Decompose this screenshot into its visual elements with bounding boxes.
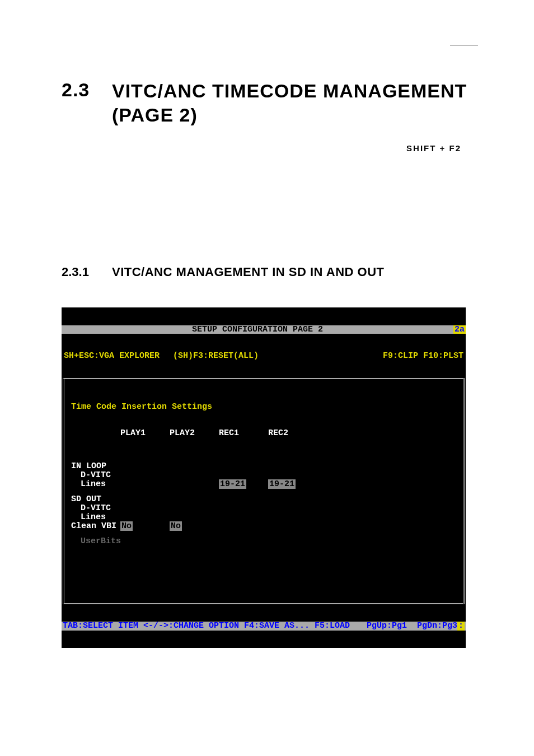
terminal-title-bar: SETUP CONFIGURATION PAGE 2 2a bbox=[62, 325, 466, 334]
cell-value bbox=[219, 513, 268, 522]
setting-row: Lines19-2119-21 bbox=[71, 480, 456, 489]
cell-value: No bbox=[120, 522, 170, 531]
cell-value bbox=[170, 537, 219, 546]
cell-value bbox=[268, 504, 317, 513]
cell-value bbox=[170, 480, 219, 489]
terminal-footer: TAB:SELECT ITEM <-/->:CHANGE OPTION F4:S… bbox=[62, 622, 466, 631]
column-headers: PLAY1 PLAY2 REC1 REC2 bbox=[71, 429, 456, 438]
setting-row: UserBits bbox=[71, 537, 456, 546]
fn-f9-f10: F9:CLIP F10:PLST bbox=[383, 352, 463, 361]
section-heading: 2.3 VITC/ANC TIMECODE MANAGEMENT (PAGE 2… bbox=[62, 79, 478, 127]
cell-value bbox=[219, 504, 268, 513]
setting-row: D-VITC bbox=[71, 471, 456, 480]
cell-value bbox=[120, 480, 170, 489]
footer-right: PgUp:Pg1 PgDn:Pg3 bbox=[367, 622, 457, 631]
row-label: Clean VBI bbox=[71, 522, 120, 531]
terminal-title-corner: 2a bbox=[453, 325, 466, 334]
col-rec1: REC1 bbox=[219, 429, 268, 438]
section-title: VITC/ANC TIMECODE MANAGEMENT (PAGE 2) bbox=[112, 79, 478, 127]
col-rec2: REC2 bbox=[268, 429, 317, 438]
cell-value: No bbox=[170, 522, 219, 531]
group-header: SD OUT bbox=[71, 495, 456, 504]
terminal-body: Time Code Insertion Settings PLAY1 PLAY2… bbox=[63, 378, 465, 604]
subsection-heading: 2.3.1 VITC/ANC MANAGEMENT IN SD IN AND O… bbox=[62, 265, 478, 279]
row-label: Lines bbox=[71, 513, 120, 522]
cell-value: 19-21 bbox=[219, 480, 268, 489]
header-rule bbox=[450, 45, 478, 45]
section-number: 2.3 bbox=[62, 79, 112, 101]
cell-value bbox=[120, 504, 170, 513]
cell-value: 19-21 bbox=[268, 480, 317, 489]
terminal-title: SETUP CONFIGURATION PAGE 2 bbox=[62, 325, 453, 334]
cell-value bbox=[170, 504, 219, 513]
cell-value bbox=[219, 537, 268, 546]
row-label: D-VITC bbox=[71, 471, 120, 480]
footer-left: TAB:SELECT ITEM <-/->:CHANGE OPTION F4:S… bbox=[63, 622, 350, 631]
cell-value bbox=[219, 522, 268, 531]
cell-value bbox=[120, 471, 170, 480]
cell-value bbox=[268, 513, 317, 522]
col-play2: PLAY2 bbox=[170, 429, 219, 438]
terminal-screenshot: SETUP CONFIGURATION PAGE 2 2a SH+ESC:VGA… bbox=[62, 307, 466, 648]
cell-value bbox=[268, 471, 317, 480]
fn-f3: (SH)F3:RESET(ALL) bbox=[173, 352, 259, 361]
row-label: D-VITC bbox=[71, 504, 120, 513]
cell-value bbox=[120, 513, 170, 522]
setting-row: D-VITC bbox=[71, 504, 456, 513]
cell-value bbox=[170, 471, 219, 480]
cell-value bbox=[120, 537, 170, 546]
group-header: IN LOOP bbox=[71, 462, 456, 471]
col-play1: PLAY1 bbox=[120, 429, 170, 438]
cell-value bbox=[268, 537, 317, 546]
cell-value bbox=[219, 471, 268, 480]
settings-title: Time Code Insertion Settings bbox=[71, 403, 456, 412]
setting-row: Clean VBINoNo bbox=[71, 522, 456, 531]
fn-esc: SH+ESC:VGA EXPLORER bbox=[64, 352, 160, 361]
keyboard-shortcut: SHIFT + F2 bbox=[62, 143, 461, 153]
setting-row: Lines bbox=[71, 513, 456, 522]
row-label: UserBits bbox=[71, 537, 120, 546]
cell-value bbox=[170, 513, 219, 522]
subsection-title: VITC/ANC MANAGEMENT IN SD IN AND OUT bbox=[112, 265, 385, 279]
footer-end: : bbox=[457, 622, 465, 631]
terminal-fn-row: SH+ESC:VGA EXPLORER (SH)F3:RESET(ALL) F9… bbox=[62, 352, 466, 361]
cell-value bbox=[268, 522, 317, 531]
row-label: Lines bbox=[71, 480, 120, 489]
subsection-number: 2.3.1 bbox=[62, 265, 112, 279]
